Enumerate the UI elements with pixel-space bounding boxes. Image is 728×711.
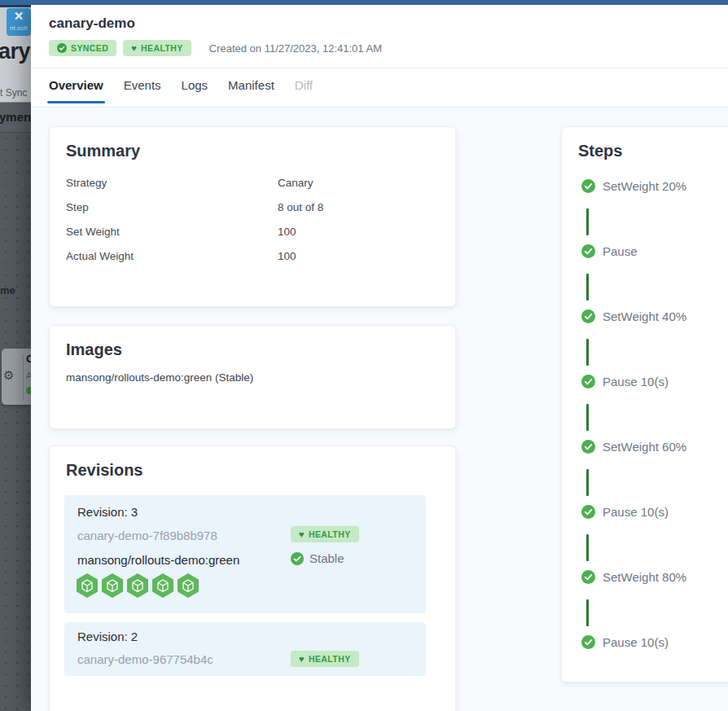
revisions-title: Revisions	[66, 461, 143, 480]
tab-bar: Overview Events Logs Manifest Diff	[49, 78, 313, 103]
images-title: Images	[66, 340, 122, 359]
step-item: Pause 10(s)	[581, 375, 669, 388]
step-item: SetWeight 60%	[581, 440, 686, 454]
step-label: SetWeight 20%	[603, 179, 686, 193]
tab-events[interactable]: Events	[124, 78, 161, 103]
step-label: SetWeight 40%	[603, 309, 686, 323]
check-circle-icon	[581, 309, 595, 323]
step-item: SetWeight 40%	[581, 309, 686, 323]
step-label: Pause 10(s)	[603, 375, 669, 388]
summary-row: Actual Weight 100	[66, 250, 439, 266]
step-connector	[586, 534, 589, 561]
gear-icon: ⚙	[3, 368, 14, 383]
revision-role: Stable	[291, 551, 344, 565]
summary-row-label: Set Weight	[66, 226, 120, 238]
revisions-card: Revisions Revision: 3 canary-demo-7f89b8…	[49, 445, 456, 711]
summary-row-label: Step	[66, 201, 89, 213]
revision-health-label: HEALTHY	[309, 529, 351, 539]
revision-row: Revision: 3 canary-demo-7f89b8b978 ♥ HEA…	[64, 495, 426, 613]
health-status-label: HEALTHY	[141, 43, 183, 53]
step-label: Pause 10(s)	[603, 635, 669, 649]
background-deployment-fragment: ymen	[0, 110, 31, 124]
check-circle-icon	[581, 244, 595, 258]
step-item: Pause 10(s)	[581, 635, 669, 649]
status-badge-row: SYNCED ♥ HEALTHY Created on 11/27/2023, …	[49, 40, 382, 56]
check-circle-icon	[581, 440, 595, 454]
check-circle-icon	[291, 552, 304, 565]
revision-health-badge: ♥ HEALTHY	[291, 526, 359, 542]
summary-card: Summary Strategy Canary Step 8 out of 8 …	[49, 126, 456, 307]
step-item: SetWeight 20%	[581, 179, 686, 193]
step-label: Pause	[603, 244, 638, 258]
step-connector	[586, 208, 589, 235]
pod-icon[interactable]	[126, 573, 149, 598]
background-page-strip: ary- t Sync ymen me ⚙ Ca Ap ✕ nt.soft	[0, 0, 31, 711]
heart-icon: ♥	[299, 655, 305, 663]
sync-status-label: SYNCED	[71, 43, 108, 53]
step-label: SetWeight 60%	[603, 440, 686, 454]
step-label: SetWeight 80%	[603, 570, 686, 584]
pod-icon[interactable]	[151, 573, 174, 598]
close-icon: ✕	[7, 8, 31, 24]
summary-row-label: Actual Weight	[66, 250, 134, 262]
revision-health-label: HEALTHY	[309, 654, 351, 664]
tab-overview[interactable]: Overview	[49, 78, 103, 103]
summary-row-value: 100	[278, 226, 296, 238]
replicaset-name: canary-demo-7f89b8b978	[77, 529, 217, 542]
step-connector	[586, 404, 589, 431]
summary-row: Set Weight 100	[66, 226, 439, 242]
pod-icon[interactable]	[177, 573, 200, 598]
check-circle-icon	[57, 43, 67, 53]
background-name-header-fragment: me	[0, 284, 15, 296]
health-status-badge: ♥ HEALTHY	[123, 40, 191, 56]
step-item: Pause 10(s)	[581, 505, 669, 519]
header-divider	[31, 68, 728, 68]
revision-health-badge: ♥ HEALTHY	[291, 651, 359, 667]
revision-image: mansong/rollouts-demo:green	[77, 553, 239, 567]
created-timestamp: Created on 11/27/2023, 12:41:01 AM	[209, 42, 382, 55]
summary-row: Step 8 out of 8	[66, 201, 439, 217]
check-circle-icon	[581, 505, 595, 519]
pod-icon[interactable]	[76, 573, 99, 598]
steps-card: Steps SetWeight 20% Pause SetWeight 40% …	[561, 126, 728, 682]
background-canvas-area: me	[0, 133, 31, 711]
revision-row: Revision: 2 canary-demo-967754b4c ♥ HEAL…	[64, 622, 426, 676]
heart-icon: ♥	[299, 530, 305, 538]
images-card: Images mansong/rollouts-demo:green (Stab…	[49, 325, 456, 429]
summary-row-label: Strategy	[66, 177, 107, 189]
background-app-title-fragment: ary-	[0, 39, 31, 64]
pod-icon[interactable]	[101, 573, 124, 598]
steps-title: Steps	[578, 142, 622, 160]
check-circle-icon	[581, 570, 595, 584]
revision-label: Revision: 3	[77, 505, 138, 519]
summary-row-value: Canary	[278, 177, 314, 189]
revision-role-label: Stable	[309, 551, 344, 565]
step-connector	[586, 469, 589, 496]
background-filter-row: ymen	[0, 102, 31, 133]
heart-icon: ♥	[131, 44, 137, 52]
page-title: canary-demo	[49, 15, 135, 32]
step-label: Pause 10(s)	[603, 505, 669, 519]
background-link-fragment: nt.soft	[7, 24, 31, 32]
step-connector	[586, 274, 589, 301]
card-divider	[23, 354, 24, 399]
app-top-bar	[0, 0, 728, 5]
summary-title: Summary	[66, 142, 140, 160]
check-circle-icon	[581, 179, 595, 193]
check-circle-icon	[581, 375, 595, 388]
pod-list	[76, 573, 200, 598]
rollout-details-panel: canary-demo SYNCED ♥ HEALTHY Created on …	[31, 5, 728, 711]
check-circle-icon	[581, 635, 595, 649]
tab-manifest[interactable]: Manifest	[228, 78, 274, 103]
image-item: mansong/rollouts-demo:green (Stable)	[66, 371, 253, 384]
tab-logs[interactable]: Logs	[182, 78, 208, 103]
step-item: Pause	[581, 244, 638, 258]
summary-row-value: 8 out of 8	[278, 201, 323, 213]
close-panel-button[interactable]: ✕ nt.soft	[7, 8, 31, 36]
step-connector	[586, 599, 589, 626]
revision-label: Revision: 2	[77, 630, 138, 643]
step-connector	[586, 339, 589, 366]
background-sync-fragment: t Sync	[0, 87, 27, 99]
step-item: SetWeight 80%	[581, 570, 686, 584]
summary-row: Strategy Canary	[66, 177, 439, 193]
